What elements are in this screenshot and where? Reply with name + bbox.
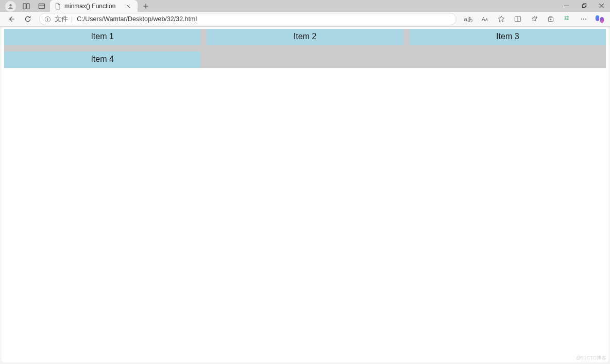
copilot-button[interactable] — [594, 13, 606, 25]
dots-icon — [580, 15, 588, 23]
workspaces-button[interactable] — [21, 1, 31, 11]
address-path: C:/Users/Wamtar/Desktop/web/32/32.html — [77, 15, 197, 23]
site-info-button[interactable] — [44, 15, 52, 23]
page-viewport: Item 1 Item 2 Item 3 Item 4 @51CTO博客 — [2, 27, 608, 362]
copilot-icon — [594, 13, 605, 25]
favorites-bar-button[interactable] — [527, 12, 542, 26]
tab-actions-icon — [38, 2, 46, 10]
new-tab-button[interactable] — [139, 0, 153, 12]
svg-rect-3 — [39, 4, 44, 8]
workspaces-icon — [22, 2, 30, 10]
grid-item: Item 3 — [410, 29, 606, 45]
info-icon — [44, 15, 52, 23]
tab-actions-button[interactable] — [37, 1, 47, 11]
translate-icon: aあ — [464, 15, 472, 23]
grid-item: Item 1 — [4, 29, 200, 45]
svg-point-26 — [585, 19, 586, 20]
watermark: @51CTO博客 — [577, 355, 606, 361]
grid-empty-area — [207, 51, 606, 68]
translate-button[interactable]: aあ — [461, 12, 476, 26]
toolbar: 文件 | C:/Users/Wamtar/Desktop/web/32/32.h… — [0, 12, 610, 27]
more-button[interactable] — [576, 12, 591, 26]
toolbar-right: aあ — [461, 12, 606, 26]
demo-grid: Item 1 Item 2 Item 3 Item 4 — [4, 29, 606, 68]
read-aloud-button[interactable] — [477, 12, 493, 26]
favorite-button[interactable] — [494, 12, 509, 26]
nav-back-button[interactable] — [4, 12, 19, 26]
close-icon — [126, 4, 131, 9]
person-icon — [7, 3, 14, 10]
window-controls — [557, 0, 610, 12]
extensions-button[interactable] — [560, 12, 575, 26]
tab-strip-left — [2, 0, 47, 12]
browser-tab-active[interactable]: minmax() Function — [50, 0, 138, 12]
close-icon — [599, 3, 604, 9]
refresh-icon — [24, 15, 32, 23]
window-restore-button[interactable] — [575, 0, 592, 12]
address-bar[interactable]: 文件 | C:/Users/Wamtar/Desktop/web/32/32.h… — [39, 13, 456, 25]
star-plus-icon — [530, 15, 538, 23]
text-size-icon — [481, 15, 489, 23]
window-minimize-button[interactable] — [557, 0, 575, 12]
tab-close-button[interactable] — [124, 2, 132, 10]
grid-item: Item 4 — [4, 51, 200, 68]
plus-icon — [143, 3, 149, 9]
svg-rect-1 — [23, 3, 26, 9]
file-icon — [54, 3, 61, 10]
split-icon — [514, 15, 522, 23]
profile-button[interactable] — [5, 1, 16, 12]
address-scheme-label: 文件 — [55, 15, 68, 24]
svg-point-24 — [581, 19, 582, 20]
address-separator: | — [71, 15, 73, 23]
grid-item: Item 2 — [207, 29, 403, 45]
arrow-left-icon — [7, 15, 15, 23]
split-screen-button[interactable] — [510, 12, 526, 26]
puzzle-icon — [563, 15, 571, 23]
svg-point-15 — [47, 18, 48, 18]
collections-button[interactable] — [543, 12, 558, 26]
page-body: Item 1 Item 2 Item 3 Item 4 — [2, 27, 608, 70]
minimize-icon — [564, 3, 569, 9]
window-close-button[interactable] — [592, 0, 610, 12]
nav-refresh-button[interactable] — [21, 12, 35, 26]
svg-point-0 — [9, 4, 12, 7]
restore-icon — [581, 3, 587, 9]
svg-point-25 — [583, 19, 584, 20]
star-icon — [497, 15, 505, 23]
svg-rect-2 — [27, 3, 29, 9]
tab-title: minmax() Function — [64, 3, 124, 10]
tab-strip: minmax() Function — [0, 0, 610, 12]
collections-icon — [547, 15, 555, 23]
svg-rect-10 — [582, 5, 585, 8]
